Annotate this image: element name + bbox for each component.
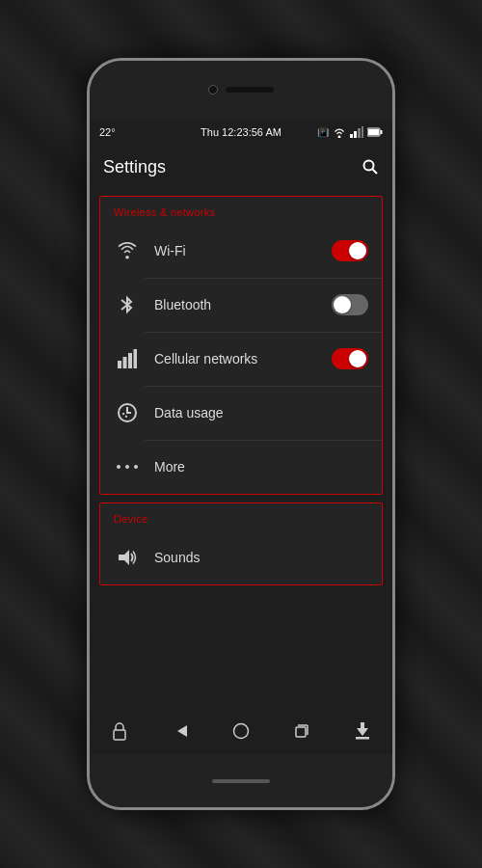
cellular-label: Cellular networks xyxy=(154,351,332,366)
search-button[interactable] xyxy=(362,158,379,176)
bluetooth-label: Bluetooth xyxy=(154,297,332,312)
recents-nav-button[interactable] xyxy=(282,712,321,750)
settings-toolbar: Settings xyxy=(90,146,392,188)
back-nav-button[interactable] xyxy=(161,712,200,750)
svg-point-15 xyxy=(125,465,129,469)
battery-icon xyxy=(367,126,383,138)
settings-item-wifi[interactable]: Wi-Fi xyxy=(100,224,382,278)
svg-rect-2 xyxy=(358,128,361,138)
section-wireless: Wireless & networks Wi-Fi xyxy=(99,196,383,495)
sound-icon xyxy=(114,544,141,571)
download-nav-button[interactable] xyxy=(343,712,382,750)
settings-item-data-usage[interactable]: Data usage xyxy=(100,386,382,440)
phone-screen: 22° Thu 12:23:56 AM 📳 xyxy=(90,119,392,754)
svg-rect-6 xyxy=(368,129,379,135)
svg-rect-10 xyxy=(123,357,127,368)
phone-device: 22° Thu 12:23:56 AM 📳 xyxy=(87,58,395,810)
more-icon xyxy=(114,453,141,480)
vibrate-icon: 📳 xyxy=(317,127,329,138)
more-label: More xyxy=(154,459,368,475)
svg-point-7 xyxy=(364,161,374,171)
svg-marker-19 xyxy=(177,725,187,737)
sounds-label: Sounds xyxy=(154,550,368,565)
svg-rect-1 xyxy=(354,131,357,138)
data-usage-icon xyxy=(114,399,141,426)
status-bar: 22° Thu 12:23:56 AM 📳 xyxy=(90,119,392,146)
svg-marker-24 xyxy=(357,722,368,736)
section-device: Device Sounds xyxy=(99,502,383,585)
section-device-header: Device xyxy=(100,503,382,530)
home-nav-button[interactable] xyxy=(222,712,260,750)
power-button[interactable] xyxy=(394,302,395,329)
front-camera xyxy=(208,85,218,95)
data-usage-label: Data usage xyxy=(154,405,368,420)
status-icons: 📳 xyxy=(317,126,383,138)
phone-bottom-bezel xyxy=(90,754,392,807)
svg-rect-21 xyxy=(296,727,306,737)
settings-scroll-area: Wireless & networks Wi-Fi xyxy=(90,188,392,708)
bluetooth-icon xyxy=(114,291,141,318)
svg-line-8 xyxy=(373,170,378,175)
volume-button[interactable] xyxy=(394,234,395,273)
cellular-toggle[interactable] xyxy=(332,348,368,369)
svg-rect-5 xyxy=(381,130,383,134)
phone-top-bezel xyxy=(90,61,392,119)
signal-icon xyxy=(350,126,363,138)
svg-marker-17 xyxy=(119,550,129,565)
settings-item-bluetooth[interactable]: Bluetooth xyxy=(100,278,382,332)
wifi-status-icon xyxy=(333,126,346,138)
settings-item-more[interactable]: More xyxy=(100,440,382,494)
time-display: Thu 12:23:56 AM xyxy=(201,126,281,138)
bluetooth-toggle[interactable] xyxy=(332,294,368,315)
navigation-bar xyxy=(90,708,392,754)
settings-item-sounds[interactable]: Sounds xyxy=(100,530,382,584)
svg-rect-3 xyxy=(362,126,363,138)
svg-rect-18 xyxy=(114,730,125,740)
svg-rect-11 xyxy=(128,353,132,368)
svg-rect-12 xyxy=(134,349,138,368)
wifi-toggle[interactable] xyxy=(332,240,368,261)
section-wireless-header: Wireless & networks xyxy=(100,197,382,224)
speaker-grill xyxy=(226,87,274,93)
svg-rect-25 xyxy=(356,737,369,740)
lock-nav-button[interactable] xyxy=(100,712,139,750)
svg-point-14 xyxy=(117,465,120,469)
wifi-label: Wi-Fi xyxy=(154,243,332,258)
svg-rect-0 xyxy=(350,134,353,138)
svg-point-16 xyxy=(134,465,138,469)
temperature-display: 22° xyxy=(99,126,116,138)
settings-item-cellular[interactable]: Cellular networks xyxy=(100,332,382,386)
cellular-icon xyxy=(114,345,141,372)
wifi-icon xyxy=(114,237,141,264)
bottom-bar-indicator xyxy=(212,779,270,783)
page-title: Settings xyxy=(103,157,166,177)
svg-rect-9 xyxy=(118,361,121,368)
svg-point-20 xyxy=(233,724,248,739)
